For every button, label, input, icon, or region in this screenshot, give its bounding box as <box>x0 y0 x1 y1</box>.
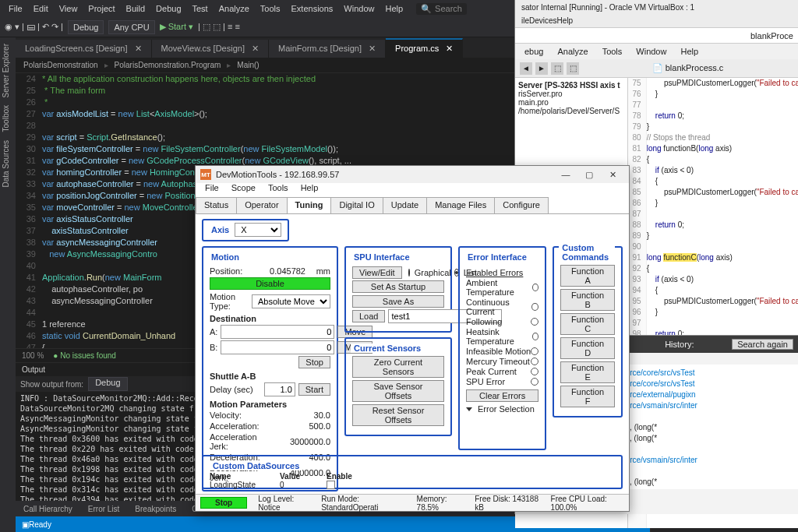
custom-command-button[interactable]: Function C <box>560 313 615 335</box>
qt-titlebar: blankProce <box>515 28 798 44</box>
vm-titlebar: sator Internal [Running] - Oracle VM Vir… <box>515 0 798 14</box>
error-row: Heatsink Temperature <box>466 327 538 346</box>
delay-input[interactable] <box>264 382 295 396</box>
vm-menubar: ileDevicesHelp <box>515 14 798 28</box>
error-row: Continuous Current <box>466 298 538 316</box>
editor-tab[interactable]: LoadingScreen.cs [Design] ✕ <box>16 40 152 58</box>
qt-menu-tools[interactable]: Tools <box>596 47 629 56</box>
dmt-tab-configure[interactable]: Configure <box>494 197 549 213</box>
search-again-button[interactable]: Search again <box>732 339 793 350</box>
editor-tab[interactable]: Program.cs ✕ <box>386 38 463 58</box>
qt-editor-tab[interactable]: 📄 blankProcess.c <box>582 63 793 73</box>
save-sensor-offsets-button[interactable]: Save Sensor Offsets <box>352 380 444 402</box>
dmt-menu-file[interactable]: File <box>199 183 225 197</box>
set-startup-button[interactable]: Set As Startup <box>352 280 444 293</box>
editor-tab[interactable]: MoveView.cs [Design] ✕ <box>152 40 269 58</box>
ds-value: 0 <box>280 481 311 491</box>
menu-edit[interactable]: Edit <box>28 4 54 13</box>
bottom-tab-breakpoints[interactable]: Breakpoints <box>127 505 184 513</box>
vs-config-select[interactable]: Debug <box>68 20 104 34</box>
vs-platform-select[interactable]: Any CPU <box>108 20 154 34</box>
menu-file[interactable]: File <box>3 4 28 13</box>
custom-command-button[interactable]: Function E <box>560 361 615 383</box>
qt-menu-analyze[interactable]: Analyze <box>551 47 594 56</box>
toolwindow-data sources[interactable]: Data Sources <box>0 137 12 191</box>
zero-sensors-button[interactable]: Zero Current Sensors <box>352 356 444 378</box>
menu-test[interactable]: Test <box>187 4 214 13</box>
vs-search[interactable]: 🔍 Search <box>416 3 467 15</box>
shuttle-start-button[interactable]: Start <box>298 383 330 396</box>
start-button[interactable]: ▶ Start ▾ <box>160 22 193 32</box>
dmt-tab-operator[interactable]: Operator <box>236 197 287 213</box>
menu-help[interactable]: Help <box>380 4 408 13</box>
dmt-tabs: StatusOperatorTuningDigital IOUpdateMana… <box>196 197 629 214</box>
menu-project[interactable]: Project <box>83 4 120 13</box>
dmt-menu-tools[interactable]: Tools <box>262 183 295 197</box>
output-source-select[interactable]: Debug <box>88 377 127 391</box>
axis-select[interactable]: X <box>235 223 281 237</box>
dmt-menu-scope[interactable]: Scope <box>225 183 262 197</box>
qt-menubar: ebugAnalyzeToolsWindowHelp <box>515 44 798 59</box>
dmt-tab-tuning[interactable]: Tuning <box>287 197 332 213</box>
ds-enable-checkbox[interactable] <box>327 481 335 489</box>
error-row: Mercury Timeout <box>466 357 538 366</box>
error-row: Ambient Temperature <box>466 278 538 297</box>
disable-button[interactable]: Disable <box>210 277 330 290</box>
global-stop-button[interactable]: Stop <box>200 497 247 509</box>
qt-toolbar: ◄ ► ⬚⬚ 📄 blankProcess.c <box>515 59 798 78</box>
close-icon[interactable]: ✕ <box>601 170 624 180</box>
dmt-tab-digital io[interactable]: Digital IO <box>330 197 383 213</box>
custom-command-button[interactable]: Function A <box>560 265 615 287</box>
load-button[interactable]: Load <box>352 310 385 322</box>
editor-tab[interactable]: MainForm.cs [Design] ✕ <box>269 40 386 58</box>
menu-build[interactable]: Build <box>121 4 150 13</box>
dmt-tab-manage files[interactable]: Manage Files <box>426 197 495 213</box>
menu-debug[interactable]: Debug <box>150 4 186 13</box>
motion-stop-button[interactable]: Stop <box>298 356 330 368</box>
dest-a-input[interactable] <box>221 325 334 339</box>
error-row: SPU Error <box>466 377 538 386</box>
menu-extensions[interactable]: Extensions <box>286 4 339 13</box>
dmt-menu-help[interactable]: Help <box>295 183 325 197</box>
menu-view[interactable]: View <box>54 4 83 13</box>
dest-b-input[interactable] <box>221 340 334 354</box>
custom-command-button[interactable]: Function B <box>560 289 615 311</box>
custom-command-button[interactable]: Function D <box>560 337 615 359</box>
menu-analyze[interactable]: Analyze <box>214 4 255 13</box>
toolwindow-server explorer[interactable]: Server Explorer <box>0 41 12 100</box>
bottom-tab-error list[interactable]: Error List <box>80 505 128 513</box>
qt-menu-ebug[interactable]: ebug <box>518 47 549 56</box>
dmt-tab-status[interactable]: Status <box>196 197 237 213</box>
graphical-radio[interactable] <box>408 269 410 277</box>
error-row: Infeasible Motion <box>466 347 538 356</box>
dmt-titlebar[interactable]: MT DevMotionTools - 192.168.99.57 — ▢ ✕ <box>196 166 629 183</box>
app-icon: MT <box>200 169 211 180</box>
ds-name: LoadingState <box>210 481 264 491</box>
viewedit-button[interactable]: View/Edit <box>352 266 402 279</box>
back-icon[interactable]: ◄ <box>520 62 532 75</box>
menu-window[interactable]: Window <box>338 4 380 13</box>
devmotiontools-window: MT DevMotionTools - 192.168.99.57 — ▢ ✕ … <box>195 165 630 512</box>
maximize-icon[interactable]: ▢ <box>577 170 601 180</box>
error-row: Following <box>466 317 538 326</box>
motion-type-select[interactable]: Absolute Move <box>252 294 330 308</box>
error-row: Peak Current <box>466 367 538 376</box>
menu-tools[interactable]: Tools <box>255 4 286 13</box>
qt-menu-help[interactable]: Help <box>674 47 704 56</box>
toolwindow-toolbox[interactable]: Toolbox <box>0 102 12 135</box>
custom-command-button[interactable]: Function F <box>560 386 615 407</box>
qt-menu-window[interactable]: Window <box>630 47 673 56</box>
dmt-tab-update[interactable]: Update <box>383 197 427 213</box>
fwd-icon[interactable]: ► <box>535 62 548 75</box>
clear-errors-button[interactable]: Clear Errors <box>466 389 538 402</box>
reset-sensor-offsets-button[interactable]: Reset Sensor Offsets <box>352 404 444 426</box>
position-readout: 0.045782 <box>251 266 305 276</box>
minimize-icon[interactable]: — <box>554 170 577 179</box>
vs-left-toolwindows: Server ExplorerToolboxData Sources <box>0 37 16 532</box>
bottom-tab-call hierarchy[interactable]: Call Hierarchy <box>16 505 80 513</box>
dmt-menubar: FileScopeToolsHelp <box>196 183 629 197</box>
dmt-statusbar: Stop Log Level: Notice Run Mode: Standar… <box>196 494 629 511</box>
saveas-button[interactable]: Save As <box>352 295 444 308</box>
